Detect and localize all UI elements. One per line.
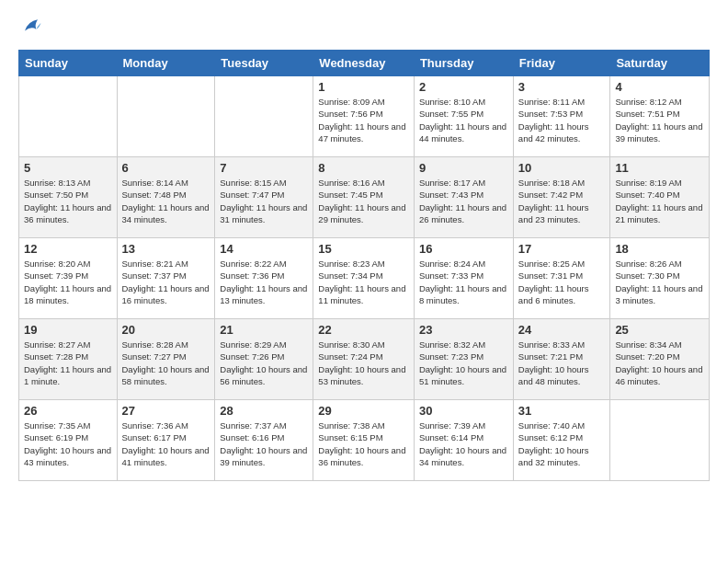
day-number: 9: [419, 161, 508, 175]
day-number: 22: [318, 323, 409, 337]
calendar-cell: 18Sunrise: 8:26 AM Sunset: 7:30 PM Dayli…: [610, 238, 710, 319]
day-info: Sunrise: 8:22 AM Sunset: 7:36 PM Dayligh…: [220, 258, 308, 306]
day-number: 12: [24, 242, 112, 256]
day-number: 18: [615, 242, 704, 256]
calendar-cell: 30Sunrise: 7:39 AM Sunset: 6:14 PM Dayli…: [414, 400, 513, 481]
day-number: 4: [615, 80, 704, 94]
calendar-cell: 3Sunrise: 8:11 AM Sunset: 7:53 PM Daylig…: [513, 76, 610, 157]
weekday-header: Tuesday: [215, 51, 313, 76]
day-info: Sunrise: 8:26 AM Sunset: 7:30 PM Dayligh…: [615, 258, 704, 306]
weekday-header: Friday: [513, 51, 610, 76]
weekday-header: Sunday: [19, 51, 118, 76]
day-number: 8: [318, 161, 409, 175]
day-number: 30: [419, 404, 508, 418]
day-info: Sunrise: 8:17 AM Sunset: 7:43 PM Dayligh…: [419, 177, 508, 225]
day-number: 19: [24, 323, 112, 337]
weekday-header: Monday: [117, 51, 215, 76]
day-info: Sunrise: 7:35 AM Sunset: 6:19 PM Dayligh…: [24, 419, 112, 468]
day-info: Sunrise: 8:32 AM Sunset: 7:23 PM Dayligh…: [419, 339, 508, 387]
day-info: Sunrise: 7:36 AM Sunset: 6:17 PM Dayligh…: [122, 419, 210, 468]
calendar-header-row: SundayMondayTuesdayWednesdayThursdayFrid…: [19, 51, 710, 76]
logo: [18, 15, 48, 40]
day-info: Sunrise: 8:15 AM Sunset: 7:47 PM Dayligh…: [220, 177, 308, 225]
calendar-week-row: 12Sunrise: 8:20 AM Sunset: 7:39 PM Dayli…: [19, 238, 710, 319]
calendar-week-row: 26Sunrise: 7:35 AM Sunset: 6:19 PM Dayli…: [19, 400, 710, 481]
day-number: 11: [615, 161, 704, 175]
day-info: Sunrise: 8:28 AM Sunset: 7:27 PM Dayligh…: [122, 339, 210, 387]
calendar-week-row: 19Sunrise: 8:27 AM Sunset: 7:28 PM Dayli…: [19, 319, 710, 400]
day-number: 10: [518, 161, 606, 175]
calendar-cell: [610, 400, 710, 481]
day-number: 29: [318, 404, 409, 418]
day-number: 21: [220, 323, 308, 337]
day-info: Sunrise: 8:24 AM Sunset: 7:33 PM Dayligh…: [419, 258, 508, 306]
day-info: Sunrise: 8:34 AM Sunset: 7:20 PM Dayligh…: [615, 339, 704, 387]
day-info: Sunrise: 8:25 AM Sunset: 7:31 PM Dayligh…: [518, 258, 606, 306]
calendar-cell: 29Sunrise: 7:38 AM Sunset: 6:15 PM Dayli…: [313, 400, 415, 481]
day-number: 5: [24, 161, 112, 175]
day-number: 1: [318, 80, 409, 94]
calendar-cell: 24Sunrise: 8:33 AM Sunset: 7:21 PM Dayli…: [513, 319, 610, 400]
day-info: Sunrise: 7:39 AM Sunset: 6:14 PM Dayligh…: [419, 419, 508, 468]
day-info: Sunrise: 8:21 AM Sunset: 7:37 PM Dayligh…: [122, 258, 210, 306]
day-number: 17: [518, 242, 606, 256]
day-number: 27: [122, 404, 210, 418]
day-number: 14: [220, 242, 308, 256]
calendar-cell: 20Sunrise: 8:28 AM Sunset: 7:27 PM Dayli…: [117, 319, 215, 400]
day-number: 24: [518, 323, 606, 337]
day-info: Sunrise: 8:19 AM Sunset: 7:40 PM Dayligh…: [615, 177, 704, 225]
day-number: 6: [122, 161, 210, 175]
day-number: 28: [220, 404, 308, 418]
day-info: Sunrise: 8:20 AM Sunset: 7:39 PM Dayligh…: [24, 258, 112, 306]
calendar-cell: [215, 76, 313, 157]
day-info: Sunrise: 8:30 AM Sunset: 7:24 PM Dayligh…: [318, 339, 409, 387]
day-info: Sunrise: 8:27 AM Sunset: 7:28 PM Dayligh…: [24, 339, 112, 387]
day-number: 20: [122, 323, 210, 337]
calendar-cell: 22Sunrise: 8:30 AM Sunset: 7:24 PM Dayli…: [313, 319, 415, 400]
calendar-week-row: 1Sunrise: 8:09 AM Sunset: 7:56 PM Daylig…: [19, 76, 710, 157]
calendar-cell: 21Sunrise: 8:29 AM Sunset: 7:26 PM Dayli…: [215, 319, 313, 400]
calendar-cell: 6Sunrise: 8:14 AM Sunset: 7:48 PM Daylig…: [117, 157, 215, 238]
calendar-cell: 14Sunrise: 8:22 AM Sunset: 7:36 PM Dayli…: [215, 238, 313, 319]
day-info: Sunrise: 8:13 AM Sunset: 7:50 PM Dayligh…: [24, 177, 112, 225]
calendar-cell: 8Sunrise: 8:16 AM Sunset: 7:45 PM Daylig…: [313, 157, 415, 238]
calendar-cell: 17Sunrise: 8:25 AM Sunset: 7:31 PM Dayli…: [513, 238, 610, 319]
day-number: 2: [419, 80, 508, 94]
calendar-cell: [19, 76, 118, 157]
calendar-cell: 16Sunrise: 8:24 AM Sunset: 7:33 PM Dayli…: [414, 238, 513, 319]
calendar-table: SundayMondayTuesdayWednesdayThursdayFrid…: [18, 50, 710, 481]
calendar-cell: 11Sunrise: 8:19 AM Sunset: 7:40 PM Dayli…: [610, 157, 710, 238]
calendar-cell: 9Sunrise: 8:17 AM Sunset: 7:43 PM Daylig…: [414, 157, 513, 238]
day-info: Sunrise: 8:33 AM Sunset: 7:21 PM Dayligh…: [518, 339, 606, 387]
day-info: Sunrise: 8:29 AM Sunset: 7:26 PM Dayligh…: [220, 339, 308, 387]
day-number: 26: [24, 404, 112, 418]
calendar-cell: 28Sunrise: 7:37 AM Sunset: 6:16 PM Dayli…: [215, 400, 313, 481]
day-number: 15: [318, 242, 409, 256]
calendar-cell: [117, 76, 215, 157]
day-info: Sunrise: 8:16 AM Sunset: 7:45 PM Dayligh…: [318, 177, 409, 225]
calendar-cell: 5Sunrise: 8:13 AM Sunset: 7:50 PM Daylig…: [19, 157, 118, 238]
day-info: Sunrise: 8:18 AM Sunset: 7:42 PM Dayligh…: [518, 177, 606, 225]
day-info: Sunrise: 8:10 AM Sunset: 7:55 PM Dayligh…: [419, 96, 508, 144]
day-number: 23: [419, 323, 508, 337]
weekday-header: Saturday: [610, 51, 710, 76]
calendar-cell: 7Sunrise: 8:15 AM Sunset: 7:47 PM Daylig…: [215, 157, 313, 238]
day-number: 25: [615, 323, 704, 337]
day-number: 16: [419, 242, 508, 256]
page: SundayMondayTuesdayWednesdayThursdayFrid…: [0, 0, 728, 563]
day-info: Sunrise: 8:23 AM Sunset: 7:34 PM Dayligh…: [318, 258, 409, 306]
day-info: Sunrise: 8:11 AM Sunset: 7:53 PM Dayligh…: [518, 96, 606, 144]
weekday-header: Thursday: [414, 51, 513, 76]
day-number: 7: [220, 161, 308, 175]
calendar-cell: 4Sunrise: 8:12 AM Sunset: 7:51 PM Daylig…: [610, 76, 710, 157]
calendar-cell: 27Sunrise: 7:36 AM Sunset: 6:17 PM Dayli…: [117, 400, 215, 481]
calendar-cell: 31Sunrise: 7:40 AM Sunset: 6:12 PM Dayli…: [513, 400, 610, 481]
calendar-cell: 12Sunrise: 8:20 AM Sunset: 7:39 PM Dayli…: [19, 238, 118, 319]
header: [18, 15, 710, 40]
logo-bird-icon: [18, 15, 44, 40]
calendar-cell: 25Sunrise: 8:34 AM Sunset: 7:20 PM Dayli…: [610, 319, 710, 400]
weekday-header: Wednesday: [313, 51, 415, 76]
calendar-cell: 15Sunrise: 8:23 AM Sunset: 7:34 PM Dayli…: [313, 238, 415, 319]
day-info: Sunrise: 8:09 AM Sunset: 7:56 PM Dayligh…: [318, 96, 409, 144]
calendar-cell: 26Sunrise: 7:35 AM Sunset: 6:19 PM Dayli…: [19, 400, 118, 481]
